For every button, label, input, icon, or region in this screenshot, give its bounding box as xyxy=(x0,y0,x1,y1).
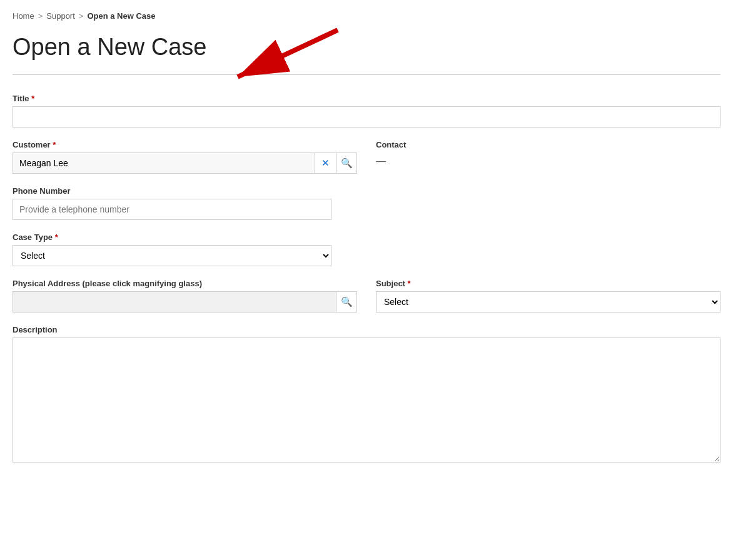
title-label: Title * xyxy=(13,94,720,103)
case-type-required-star: * xyxy=(55,232,58,242)
customer-clear-button[interactable]: ✕ xyxy=(315,152,336,174)
breadcrumb-support[interactable]: Support xyxy=(46,11,75,21)
phone-input[interactable] xyxy=(13,199,331,220)
case-type-select[interactable]: Select xyxy=(13,245,331,266)
form-container: Title * Customer * ✕ 🔍 Contact — xyxy=(0,88,733,489)
contact-group: Contact — xyxy=(376,140,720,174)
contact-value: — xyxy=(376,156,720,167)
customer-input-group: ✕ 🔍 xyxy=(13,152,357,174)
form-divider xyxy=(13,74,720,75)
address-input-group: 🔍 xyxy=(13,291,357,312)
description-textarea[interactable] xyxy=(13,338,720,462)
customer-contact-row: Customer * ✕ 🔍 Contact — xyxy=(13,140,720,186)
breadcrumb-sep-2: > xyxy=(79,11,84,21)
customer-label: Customer * xyxy=(13,140,357,149)
clear-icon: ✕ xyxy=(321,158,330,169)
address-input[interactable] xyxy=(13,291,336,312)
description-label: Description xyxy=(13,325,720,334)
title-group: Title * xyxy=(13,94,720,128)
page-header: Open a New Case xyxy=(0,27,733,68)
breadcrumb-home[interactable]: Home xyxy=(13,11,34,21)
physical-address-label: Physical Address (please click magnifyin… xyxy=(13,279,357,288)
case-type-label: Case Type * xyxy=(13,232,720,242)
physical-address-group: Physical Address (please click magnifyin… xyxy=(13,279,357,312)
breadcrumb-current: Open a New Case xyxy=(87,11,155,21)
address-search-button[interactable]: 🔍 xyxy=(336,291,357,312)
customer-input[interactable] xyxy=(13,152,315,174)
subject-select[interactable]: Select xyxy=(376,291,720,312)
case-type-group: Case Type * Select xyxy=(13,232,720,266)
subject-required-star: * xyxy=(408,279,411,288)
page-title: Open a New Case xyxy=(13,33,720,62)
subject-label: Subject * xyxy=(376,279,720,288)
title-required-star: * xyxy=(31,94,34,103)
search-icon: 🔍 xyxy=(341,158,353,169)
customer-search-button[interactable]: 🔍 xyxy=(336,152,357,174)
breadcrumb: Home > Support > Open a New Case xyxy=(0,0,733,27)
customer-group: Customer * ✕ 🔍 xyxy=(13,140,357,174)
address-search-icon: 🔍 xyxy=(341,296,353,308)
description-group: Description xyxy=(13,325,720,464)
customer-required-star: * xyxy=(53,140,56,149)
contact-label: Contact xyxy=(376,140,720,149)
address-subject-row: Physical Address (please click magnifyin… xyxy=(13,279,720,325)
breadcrumb-sep-1: > xyxy=(38,11,43,21)
phone-label: Phone Number xyxy=(13,186,720,196)
subject-group: Subject * Select xyxy=(376,279,720,312)
phone-group: Phone Number xyxy=(13,186,720,220)
title-input[interactable] xyxy=(13,106,720,128)
